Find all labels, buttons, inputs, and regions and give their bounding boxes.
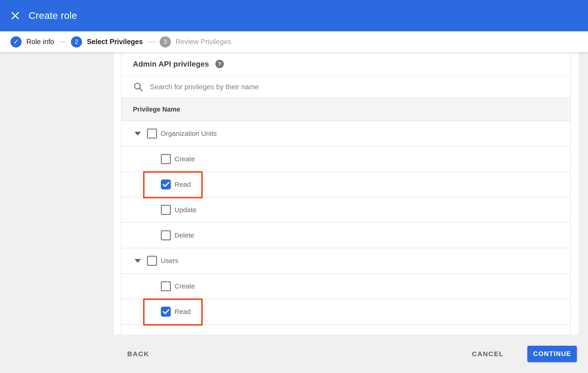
expand-arrow-icon[interactable] xyxy=(135,132,141,136)
table-row: Users xyxy=(122,248,570,274)
table-header-label: Privilege Name xyxy=(133,106,180,113)
table-row: Organization Units xyxy=(122,121,570,146)
checkbox-unchecked[interactable] xyxy=(161,154,171,164)
checkbox-checked[interactable] xyxy=(161,179,171,189)
continue-button[interactable]: CONTINUE xyxy=(527,346,577,362)
step-select-privileges[interactable]: 2 Select Privileges xyxy=(71,36,143,47)
table-row: Read xyxy=(122,299,570,325)
expand-arrow-icon[interactable] xyxy=(135,259,141,263)
table-row: Create xyxy=(122,146,570,172)
step-label: Role info xyxy=(26,38,54,46)
page-title: Create role xyxy=(29,10,77,21)
step-label: Review Privileges xyxy=(176,38,231,46)
create-role-dialog: Create role ✓ Role info 2 Select Privile… xyxy=(0,0,588,373)
checkbox-unchecked[interactable] xyxy=(161,281,171,291)
row-label: Update xyxy=(175,206,197,214)
cancel-button[interactable]: CANCEL xyxy=(472,350,504,358)
step-done-icon: ✓ xyxy=(10,36,21,47)
row-label: Create xyxy=(175,155,195,163)
table-header: Privilege Name xyxy=(122,98,570,121)
search-input[interactable] xyxy=(150,83,514,91)
row-label: Organization Units xyxy=(161,130,217,137)
search-row xyxy=(122,76,570,98)
table-row: Delete xyxy=(122,223,570,248)
step-role-info[interactable]: ✓ Role info xyxy=(10,36,54,47)
step-review-privileges[interactable]: 3 Review Privileges xyxy=(160,36,231,47)
row-label: Read xyxy=(175,181,191,188)
close-icon[interactable] xyxy=(10,10,21,21)
table-row: Update xyxy=(122,197,570,223)
footer-bar: BACK CANCEL CONTINUE xyxy=(0,335,588,373)
search-icon xyxy=(133,82,144,92)
checkbox-unchecked[interactable] xyxy=(147,129,157,139)
x-mark-glyph xyxy=(11,11,20,20)
table-row: Create xyxy=(122,274,570,299)
step-connector xyxy=(148,41,155,42)
row-label: Read xyxy=(175,308,191,316)
highlight-annotation-box xyxy=(143,171,203,198)
row-label: Create xyxy=(175,282,195,290)
panel-heading: Admin API privileges xyxy=(133,60,209,68)
row-label: Users xyxy=(161,257,178,265)
help-icon[interactable]: ? xyxy=(215,60,224,68)
back-button[interactable]: BACK xyxy=(127,350,149,358)
step-label: Select Privileges xyxy=(87,38,143,46)
stepper: ✓ Role info 2 Select Privileges 3 Review… xyxy=(0,31,588,52)
step-number-badge: 2 xyxy=(71,36,82,47)
checkbox-checked[interactable] xyxy=(161,307,171,317)
privileges-panel: Admin API privileges ? Privilege Name Or… xyxy=(121,52,571,373)
panel-heading-block: Admin API privileges ? xyxy=(122,52,570,76)
appbar: Create role xyxy=(0,0,588,31)
checkbox-unchecked[interactable] xyxy=(161,230,171,240)
table-row: Read xyxy=(122,172,570,197)
highlight-annotation-box xyxy=(143,299,203,326)
checkbox-unchecked[interactable] xyxy=(147,256,157,266)
row-label: Delete xyxy=(175,231,194,239)
table-rows: Organization Units Create Read Update De… xyxy=(122,121,570,325)
step-number-badge: 3 xyxy=(160,36,171,47)
step-connector xyxy=(59,41,66,42)
checkbox-unchecked[interactable] xyxy=(161,205,171,215)
